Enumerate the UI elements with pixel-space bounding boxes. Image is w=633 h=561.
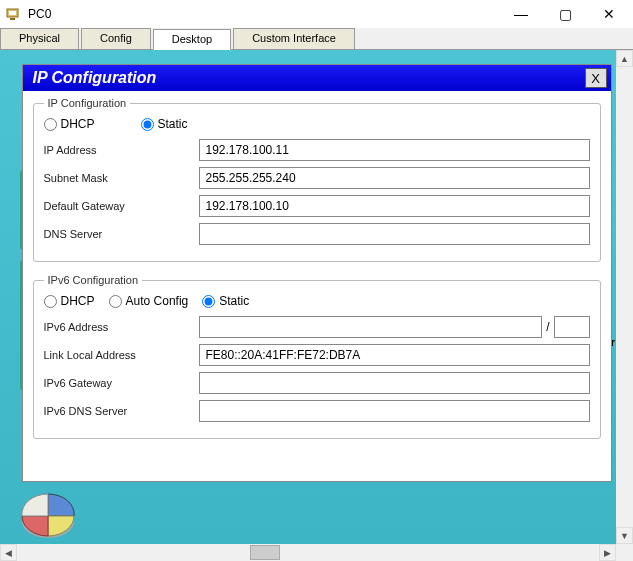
subnet-mask-label: Subnet Mask: [44, 172, 199, 184]
scroll-thumb[interactable]: [250, 545, 280, 560]
ipv6-auto-option[interactable]: Auto Config: [109, 294, 189, 308]
ipv6-auto-radio[interactable]: [109, 295, 122, 308]
window-title: PC0: [28, 7, 499, 21]
dns-server-input[interactable]: [199, 223, 590, 245]
ipv4-static-label: Static: [158, 117, 188, 131]
tab-physical[interactable]: Physical: [0, 28, 79, 49]
ipv4-dhcp-radio[interactable]: [44, 118, 57, 131]
ipv4-fieldset: IP Configuration DHCP Static IP Address: [33, 97, 601, 262]
svg-rect-2: [10, 18, 15, 20]
scroll-up-button[interactable]: ▲: [616, 50, 633, 67]
ipv4-static-option[interactable]: Static: [141, 117, 188, 131]
subnet-mask-input[interactable]: [199, 167, 590, 189]
dialog-title: IP Configuration: [33, 69, 585, 87]
desktop-area: or IP Configuration X IP Configuration D…: [0, 50, 633, 544]
scroll-right-button[interactable]: ▶: [599, 544, 616, 561]
dns-server-label: DNS Server: [44, 228, 199, 240]
tab-config[interactable]: Config: [81, 28, 151, 49]
ipv6-prefix-input[interactable]: [554, 316, 590, 338]
ip-address-label: IP Address: [44, 144, 199, 156]
ipv6-gateway-input[interactable]: [199, 372, 590, 394]
scroll-track[interactable]: [17, 544, 599, 561]
ipv6-prefix-separator: /: [546, 320, 549, 334]
window-close-button[interactable]: ✕: [587, 0, 631, 28]
ipv4-dhcp-label: DHCP: [61, 117, 95, 131]
pc-icon: [6, 6, 22, 22]
ipv6-static-option[interactable]: Static: [202, 294, 249, 308]
ipv6-auto-label: Auto Config: [126, 294, 189, 308]
link-local-address-input[interactable]: [199, 344, 590, 366]
ipv4-dhcp-option[interactable]: DHCP: [44, 117, 95, 131]
svg-rect-1: [9, 11, 16, 15]
ipv6-address-input[interactable]: [199, 316, 543, 338]
ip-address-input[interactable]: [199, 139, 590, 161]
tab-custom-interface[interactable]: Custom Interface: [233, 28, 355, 49]
window-minimize-button[interactable]: —: [499, 0, 543, 28]
default-gateway-input[interactable]: [199, 195, 590, 217]
ipv6-dhcp-radio[interactable]: [44, 295, 57, 308]
ipv6-fieldset: IPv6 Configuration DHCP Auto Config Stat…: [33, 274, 601, 439]
ipv4-static-radio[interactable]: [141, 118, 154, 131]
ipv6-address-label: IPv6 Address: [44, 321, 199, 333]
pie-chart-icon[interactable]: [18, 486, 82, 542]
ipv6-static-radio[interactable]: [202, 295, 215, 308]
ipv6-dns-server-label: IPv6 DNS Server: [44, 405, 199, 417]
scroll-down-button[interactable]: ▼: [616, 527, 633, 544]
dialog-titlebar: IP Configuration X: [23, 65, 611, 91]
ipv6-gateway-label: IPv6 Gateway: [44, 377, 199, 389]
tab-desktop[interactable]: Desktop: [153, 29, 231, 50]
ipv4-legend: IP Configuration: [44, 97, 131, 109]
ipv6-static-label: Static: [219, 294, 249, 308]
scroll-left-button[interactable]: ◀: [0, 544, 17, 561]
default-gateway-label: Default Gateway: [44, 200, 199, 212]
horizontal-scrollbar[interactable]: ◀ ▶: [0, 544, 616, 561]
dialog-close-button[interactable]: X: [585, 68, 607, 88]
ip-configuration-dialog: IP Configuration X IP Configuration DHCP…: [22, 64, 612, 482]
tab-bar: Physical Config Desktop Custom Interface: [0, 28, 633, 50]
ipv6-dhcp-option[interactable]: DHCP: [44, 294, 95, 308]
ipv6-legend: IPv6 Configuration: [44, 274, 143, 286]
window-titlebar: PC0 — ▢ ✕: [0, 0, 633, 28]
vertical-scrollbar[interactable]: ▲ ▼: [616, 50, 633, 544]
link-local-address-label: Link Local Address: [44, 349, 199, 361]
ipv6-dhcp-label: DHCP: [61, 294, 95, 308]
scroll-corner: [616, 544, 633, 561]
window-maximize-button[interactable]: ▢: [543, 0, 587, 28]
ipv6-dns-server-input[interactable]: [199, 400, 590, 422]
